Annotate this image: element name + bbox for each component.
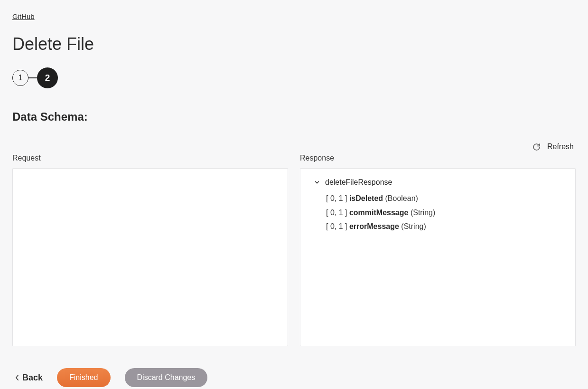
response-field-row: [ 0, 1 ] errorMessage (String) [326, 219, 562, 234]
field-name: commitMessage [349, 209, 409, 217]
stepper: 1 2 [12, 67, 576, 88]
page-title: Delete File [12, 34, 576, 54]
request-panel [12, 168, 288, 346]
field-cardinality: [ 0, 1 ] [326, 209, 347, 217]
field-type: (String) [401, 222, 426, 230]
field-name: isDeleted [349, 194, 383, 202]
chevron-left-icon [15, 374, 19, 381]
field-type: (String) [411, 209, 435, 217]
refresh-icon[interactable] [532, 143, 541, 151]
response-field-row: [ 0, 1 ] isDeleted (Boolean) [326, 191, 562, 206]
response-root-name: deleteFileResponse [325, 178, 392, 187]
refresh-button[interactable]: Refresh [547, 142, 574, 151]
field-name: errorMessage [349, 222, 399, 230]
back-button[interactable]: Back [15, 373, 43, 383]
data-schema-heading: Data Schema: [12, 110, 576, 123]
response-panel-label: Response [300, 154, 576, 162]
field-cardinality: [ 0, 1 ] [326, 194, 347, 202]
response-panel: deleteFileResponse [ 0, 1 ] isDeleted (B… [300, 168, 576, 346]
finished-button[interactable]: Finished [57, 368, 110, 387]
field-cardinality: [ 0, 1 ] [326, 222, 347, 230]
step-1[interactable]: 1 [12, 70, 28, 86]
discard-changes-button[interactable]: Discard Changes [125, 368, 208, 387]
response-tree-root[interactable]: deleteFileResponse [314, 178, 562, 187]
step-2[interactable]: 2 [37, 67, 58, 88]
field-type: (Boolean) [385, 194, 418, 202]
step-connector [28, 77, 37, 78]
request-panel-label: Request [12, 154, 288, 162]
breadcrumb-parent-link[interactable]: GitHub [12, 12, 35, 20]
back-label: Back [22, 373, 43, 383]
chevron-down-icon [314, 179, 320, 186]
response-field-row: [ 0, 1 ] commitMessage (String) [326, 206, 562, 220]
